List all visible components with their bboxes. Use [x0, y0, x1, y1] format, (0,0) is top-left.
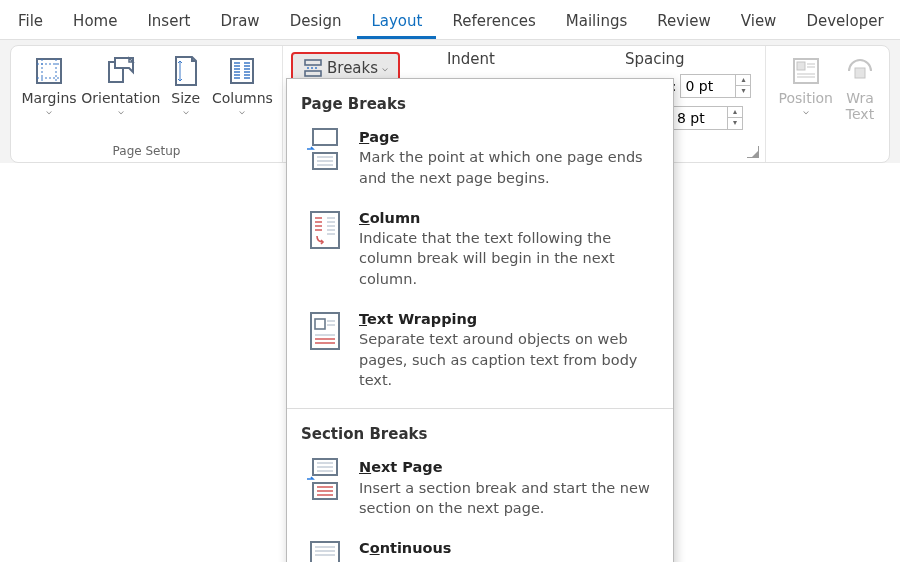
spacing-label: Spacing	[625, 50, 685, 68]
menu-item-desc: Indicate that the text following the col…	[359, 230, 615, 287]
tab-view[interactable]: View	[727, 6, 791, 39]
menu-item-continuous-break[interactable]: Continuous Insert a section break and st…	[287, 530, 673, 562]
menu-item-title: Next Page	[359, 457, 659, 477]
svg-rect-59	[311, 542, 339, 562]
menu-item-page-break[interactable]: Page Mark the point at which one page en…	[287, 119, 673, 200]
group-label-page-setup: Page Setup	[11, 142, 282, 162]
tab-references[interactable]: References	[438, 6, 549, 39]
tab-developer[interactable]: Developer	[792, 6, 897, 39]
menu-item-title: Column	[359, 208, 659, 228]
margins-label: Margins	[21, 90, 76, 106]
orientation-icon	[104, 54, 138, 88]
dialog-launcher-icon[interactable]	[747, 146, 759, 158]
group-page-setup: Margins ⌵ Orientation ⌵ Size ⌵	[11, 46, 283, 162]
tab-mailings[interactable]: Mailings	[552, 6, 641, 39]
menu-separator	[287, 408, 673, 409]
spacing-after-input[interactable]: ▴▾	[672, 106, 743, 130]
columns-label: Columns	[212, 90, 273, 106]
breaks-icon	[303, 58, 323, 78]
size-icon	[169, 54, 203, 88]
continuous-break-icon	[305, 538, 345, 562]
menu-item-column-break[interactable]: Column Indicate that the text following …	[287, 200, 673, 301]
svg-rect-29	[313, 129, 337, 145]
chevron-down-icon: ⌵	[183, 106, 189, 116]
wrap-text-label-1: Wra	[846, 90, 874, 106]
tab-draw[interactable]: Draw	[206, 6, 273, 39]
columns-icon	[225, 54, 259, 88]
chevron-down-icon: ⌵	[803, 106, 809, 116]
menu-item-title: Continuous	[359, 538, 659, 558]
group-arrange: Position ⌵ Wra Text	[766, 46, 889, 162]
chevron-down-icon: ⌵	[382, 63, 388, 73]
columns-button[interactable]: Columns ⌵	[211, 52, 274, 118]
page-break-icon	[305, 127, 345, 171]
menu-item-desc: Separate text around objects on web page…	[359, 331, 637, 388]
position-label: Position	[778, 90, 833, 106]
svg-rect-20	[305, 71, 321, 76]
size-button[interactable]: Size ⌵	[163, 52, 209, 118]
chevron-down-icon: ⌵	[46, 106, 52, 116]
margins-button[interactable]: Margins ⌵	[19, 52, 79, 118]
tab-file[interactable]: File	[4, 6, 57, 39]
breaks-label: Breaks	[327, 59, 378, 77]
svg-rect-23	[797, 62, 805, 70]
indent-label: Indent	[447, 50, 495, 68]
tab-review[interactable]: Review	[643, 6, 725, 39]
position-button[interactable]: Position ⌵	[774, 52, 837, 118]
tab-layout[interactable]: Layout	[357, 6, 436, 39]
spacing-before-input[interactable]: ▴▾	[680, 74, 751, 98]
menu-item-text-wrapping-break[interactable]: Text Wrapping Separate text around objec…	[287, 301, 673, 402]
wrap-text-icon	[843, 54, 877, 88]
position-icon	[789, 54, 823, 88]
text-wrapping-break-icon	[305, 309, 345, 353]
column-break-icon	[305, 208, 345, 252]
tab-design[interactable]: Design	[276, 6, 356, 39]
svg-rect-0	[37, 59, 61, 83]
menu-item-next-page-break[interactable]: Next Page Insert a section break and sta…	[287, 449, 673, 530]
next-page-break-icon	[305, 457, 345, 501]
menu-heading-section-breaks: Section Breaks	[287, 415, 673, 449]
svg-rect-45	[315, 319, 325, 329]
menu-item-title: Page	[359, 127, 659, 147]
breaks-dropdown: Page Breaks Page Mark the point at which…	[286, 78, 674, 562]
wrap-text-label-2: Text	[846, 106, 874, 122]
menu-item-title: Text Wrapping	[359, 309, 659, 329]
menu-heading-page-breaks: Page Breaks	[287, 85, 673, 119]
orientation-button[interactable]: Orientation ⌵	[81, 52, 161, 118]
tab-home[interactable]: Home	[59, 6, 131, 39]
chevron-down-icon: ⌵	[239, 106, 245, 116]
size-label: Size	[171, 90, 200, 106]
svg-rect-28	[855, 68, 865, 78]
svg-rect-19	[305, 60, 321, 65]
orientation-label: Orientation	[81, 90, 160, 106]
wrap-text-button[interactable]: Wra Text	[839, 52, 881, 124]
tab-insert[interactable]: Insert	[133, 6, 204, 39]
ribbon-tabs: File Home Insert Draw Design Layout Refe…	[0, 0, 900, 40]
menu-item-desc: Insert a section break and start the new…	[359, 480, 650, 516]
margins-icon	[32, 54, 66, 88]
menu-item-desc: Mark the point at which one page ends an…	[359, 149, 643, 185]
chevron-down-icon: ⌵	[118, 106, 124, 116]
